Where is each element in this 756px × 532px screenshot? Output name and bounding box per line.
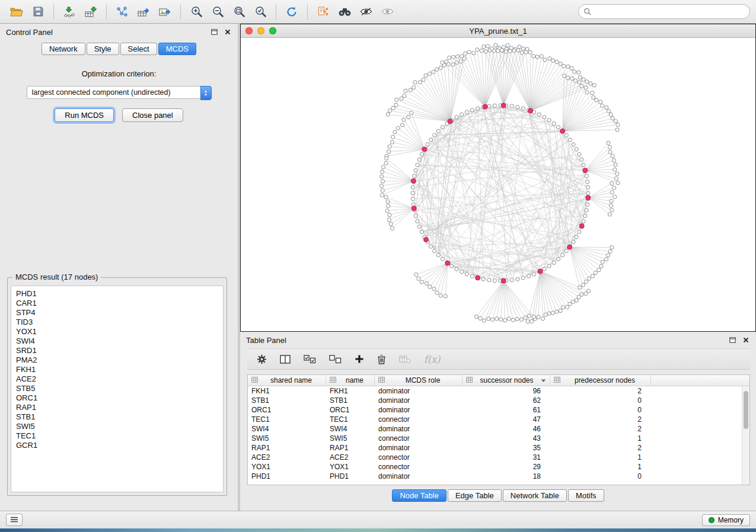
- mcds-result-item[interactable]: FKH1: [16, 365, 218, 374]
- columns-icon[interactable]: [279, 354, 292, 365]
- tab-select[interactable]: Select: [120, 43, 157, 55]
- zoom-in-icon[interactable]: [186, 2, 207, 21]
- mcds-result-item[interactable]: ACE2: [16, 374, 218, 384]
- window-minimize-button[interactable]: [257, 27, 264, 34]
- float-panel-icon[interactable]: [728, 336, 737, 344]
- mcds-result-item[interactable]: STB5: [16, 384, 218, 393]
- scrollbar-thumb[interactable]: [744, 391, 748, 429]
- table-row[interactable]: TEC1TEC1connector472: [248, 415, 749, 424]
- mcds-result-item[interactable]: STB1: [16, 412, 218, 422]
- tab-network[interactable]: Network: [42, 43, 85, 55]
- gear-icon[interactable]: [256, 353, 268, 366]
- export-image-icon[interactable]: [154, 2, 176, 21]
- mcds-result-item[interactable]: YOX1: [16, 327, 218, 336]
- mcds-result-item[interactable]: CAR1: [16, 299, 218, 308]
- import-network-icon[interactable]: [59, 2, 80, 21]
- hide-selected-icon[interactable]: [355, 2, 377, 21]
- memory-button[interactable]: Memory: [702, 514, 750, 526]
- mcds-result-item[interactable]: SRD1: [16, 346, 218, 355]
- network-graph[interactable]: [241, 38, 755, 331]
- window-close-button[interactable]: [245, 27, 253, 34]
- node-table: shared name name MCDS role successor nod…: [247, 374, 750, 485]
- tab-network-table[interactable]: Network Table: [503, 489, 567, 502]
- column-grid-icon: [378, 376, 385, 384]
- table-cell: TEC1: [326, 415, 375, 424]
- control-panel-titlebar: Control Panel: [0, 24, 238, 40]
- table-row[interactable]: PHD1PHD1dominator180: [248, 472, 749, 481]
- tab-style[interactable]: Style: [87, 43, 119, 55]
- column-header-successor-nodes[interactable]: successor nodes: [462, 375, 550, 386]
- column-header-filler: [651, 375, 749, 386]
- column-grid-icon: [466, 376, 473, 384]
- delete-icon[interactable]: [376, 353, 387, 366]
- status-menu-button[interactable]: [6, 514, 23, 526]
- table-row[interactable]: SWI5SWI5connector431: [248, 434, 749, 443]
- toolbar-separator: [180, 4, 181, 20]
- table-row[interactable]: SWI4SWI4dominator462: [248, 424, 749, 434]
- mcds-result-item[interactable]: SWI5: [16, 422, 218, 431]
- right-column: YPA_prune.txt_1 Table Panel f(x) shared …: [240, 24, 756, 511]
- table-row[interactable]: RAP1RAP1dominator352: [248, 443, 749, 453]
- mcds-result-item[interactable]: TID3: [16, 318, 218, 327]
- table-cell: 1: [550, 453, 651, 462]
- table-cell: 43: [462, 434, 550, 443]
- import-disabled-icon[interactable]: [398, 354, 412, 365]
- mcds-result-item[interactable]: SWI4: [16, 336, 218, 346]
- mcds-result-item[interactable]: GCR1: [16, 441, 218, 450]
- table-cell: 1: [550, 434, 651, 443]
- function-icon[interactable]: f(x): [423, 352, 441, 366]
- table-cell: YOX1: [248, 463, 326, 471]
- criterion-select[interactable]: largest connected component (undirected)…: [27, 86, 212, 99]
- network-window-title: YPA_prune.txt_1: [241, 27, 755, 36]
- refresh-icon[interactable]: [281, 2, 302, 21]
- close-panel-icon[interactable]: [742, 336, 750, 344]
- table-row[interactable]: FKH1FKH1dominator962: [248, 386, 749, 396]
- table-row[interactable]: STB1STB1dominator620: [248, 396, 749, 405]
- table-panel: Table Panel f(x) shared name name: [240, 332, 756, 511]
- import-table-icon[interactable]: [80, 2, 101, 21]
- mcds-tab-content: Optimization criterion: largest connecte…: [0, 55, 238, 122]
- tab-edge-table[interactable]: Edge Table: [448, 489, 502, 502]
- mcds-result-item[interactable]: TEC1: [16, 431, 218, 441]
- select-all-icon[interactable]: [302, 354, 317, 365]
- mcds-result-item[interactable]: PHD1: [16, 289, 218, 299]
- zoom-selected-icon[interactable]: [250, 2, 271, 21]
- column-header-predecessor-nodes[interactable]: predecessor nodes: [550, 375, 651, 386]
- search-input[interactable]: [578, 4, 750, 19]
- share-document-icon[interactable]: [312, 2, 334, 21]
- network-canvas[interactable]: [241, 38, 755, 331]
- table-panel-titlebar: Table Panel: [240, 332, 756, 348]
- deselect-all-icon[interactable]: [328, 354, 343, 365]
- column-header-mcds-role[interactable]: MCDS role: [375, 375, 462, 386]
- open-folder-icon[interactable]: [6, 2, 27, 21]
- mcds-result-item[interactable]: PMA2: [16, 355, 218, 365]
- window-zoom-button[interactable]: [269, 27, 276, 34]
- tab-node-table[interactable]: Node Table: [392, 489, 446, 502]
- export-network-icon[interactable]: [111, 2, 133, 21]
- close-panel-button[interactable]: Close panel: [122, 108, 183, 122]
- show-hidden-icon[interactable]: [377, 2, 398, 21]
- mcds-result-item[interactable]: STP4: [16, 308, 218, 318]
- column-header-shared-name[interactable]: shared name: [248, 375, 326, 386]
- main-area: Control Panel Network Style Select MCDS …: [0, 24, 756, 511]
- mcds-result-item[interactable]: RAP1: [16, 403, 218, 412]
- zoom-fit-icon[interactable]: [228, 2, 250, 21]
- mcds-result-list[interactable]: PHD1CAR1STP4TID3YOX1SWI4SRD1PMA2FKH1ACE2…: [11, 286, 224, 492]
- table-row[interactable]: ACE2ACE2connector311: [248, 453, 749, 462]
- search-network-icon[interactable]: [334, 2, 355, 21]
- save-icon[interactable]: [27, 2, 49, 21]
- export-table-icon[interactable]: [133, 2, 154, 21]
- table-row[interactable]: YOX1YOX1connector291: [248, 462, 749, 472]
- table-cell: STB1: [326, 396, 375, 405]
- tab-mcds[interactable]: MCDS: [158, 43, 196, 55]
- mcds-result-item[interactable]: ORC1: [16, 393, 218, 403]
- column-header-name[interactable]: name: [326, 375, 375, 386]
- add-icon[interactable]: [353, 353, 365, 365]
- tab-motifs[interactable]: Motifs: [568, 489, 604, 502]
- float-panel-icon[interactable]: [210, 28, 219, 36]
- run-mcds-button[interactable]: Run MCDS: [55, 108, 114, 122]
- table-scrollbar[interactable]: [742, 386, 749, 485]
- zoom-out-icon[interactable]: [207, 2, 228, 21]
- close-panel-icon[interactable]: [224, 28, 232, 36]
- table-row[interactable]: ORC1ORC1dominator610: [248, 405, 749, 415]
